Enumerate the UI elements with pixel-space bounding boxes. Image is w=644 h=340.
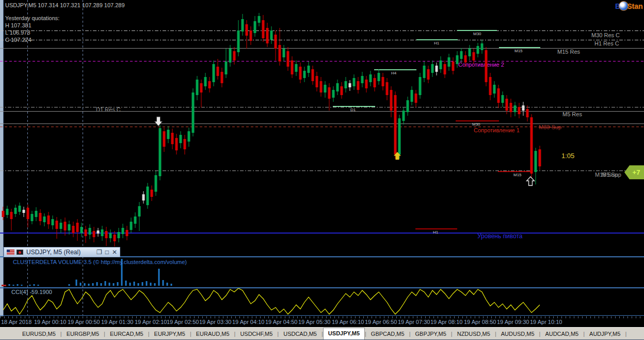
candle-body	[64, 222, 67, 230]
candle-body	[473, 52, 475, 60]
level-line[interactable]	[0, 30, 644, 31]
tab-eurgbp[interactable]: EURGBP,M5	[62, 329, 104, 340]
candle-body	[448, 57, 450, 67]
level-segment[interactable]	[415, 228, 457, 229]
candle-body	[47, 215, 50, 224]
candle-body	[262, 20, 265, 38]
candle-body	[444, 64, 446, 74]
candle-body	[233, 51, 236, 60]
candle-body	[180, 135, 182, 143]
volume-bar	[17, 284, 19, 286]
down-arrow-signal	[155, 117, 163, 126]
tab-gbpjpy[interactable]: GBPJPY,M5	[411, 329, 451, 340]
tab-audcad[interactable]: AUDCAD,M5	[540, 329, 583, 340]
candle-body	[415, 94, 417, 103]
tab-eurjpy[interactable]: EURJPY,M5	[150, 329, 190, 340]
candle-body	[518, 107, 521, 114]
cci-indicator-label: CCI(4) -59.1900	[11, 289, 52, 295]
segment-label: D1	[350, 108, 356, 112]
price-alert-tag[interactable]: +7	[624, 165, 644, 179]
candle-body	[52, 219, 54, 225]
close-window-button[interactable]: ✕	[112, 249, 117, 255]
time-axis-label: 19 Apr 03:30	[199, 319, 231, 325]
candle-body	[320, 81, 323, 92]
volume-bar	[38, 285, 39, 286]
level-line[interactable]	[0, 233, 644, 234]
candle-body	[419, 77, 422, 95]
candle-body	[316, 76, 318, 87]
time-axis-label: 19 Apr 08:50	[464, 319, 496, 325]
tab-audusd[interactable]: AUDUSD,M5	[496, 329, 539, 340]
tab-audjpy[interactable]: AUDJPY,M5	[585, 329, 625, 340]
candle-body	[493, 85, 496, 94]
candle-body	[506, 99, 508, 111]
level-line[interactable]	[0, 61, 644, 61]
tab-usdcad[interactable]: USDCAD,M5	[279, 329, 321, 340]
candle-body	[308, 66, 310, 73]
yesterday-high: H 107.381	[5, 22, 59, 29]
level-segment[interactable]	[498, 171, 532, 172]
volume-bar	[9, 284, 10, 286]
candle-body	[390, 90, 393, 111]
level-segment[interactable]	[374, 69, 416, 70]
level-segment[interactable]	[416, 39, 458, 40]
candle-body	[6, 209, 9, 215]
candle-body	[526, 109, 529, 117]
candle-body	[427, 69, 430, 80]
segment-label: H1	[434, 41, 439, 45]
maximize-window-button[interactable]: □	[105, 249, 109, 255]
tab-eurcad[interactable]: EURCAD,M5	[105, 329, 148, 340]
candle-body	[361, 76, 364, 83]
candle-body	[89, 228, 91, 235]
time-axis[interactable]: 18 Apr 201819 Apr 00:1019 Apr 00:5019 Ap…	[0, 316, 644, 327]
segment-label: M15	[513, 173, 522, 177]
candle-body	[250, 30, 252, 41]
time-axis-label: 19 Apr 04:50	[265, 319, 297, 325]
label-m15-res: M15 Res	[557, 49, 580, 55]
level-line[interactable]	[0, 171, 644, 171]
candle-body	[10, 212, 13, 219]
label-candle-timer: 1:05	[561, 153, 574, 159]
pane-separator[interactable]	[0, 315, 644, 316]
level-segment[interactable]	[457, 30, 497, 31]
up-arrow-signal	[394, 152, 401, 160]
tab-eurusd[interactable]: EURUSD,M5	[18, 329, 60, 340]
jp-flag-icon	[17, 250, 23, 255]
candle-body	[279, 45, 281, 61]
chart-window-titlebar[interactable]: USDJPY, M5 (Real) ❐ □ ✕	[4, 247, 120, 257]
time-axis-label: 18 Apr 2018	[1, 319, 31, 325]
tab-usdjpy[interactable]: USDJPY,M5	[323, 328, 365, 340]
level-segment[interactable]	[333, 106, 375, 107]
candle-body	[258, 16, 261, 23]
volume-bar	[69, 284, 70, 286]
candle-body	[353, 78, 356, 86]
candle-body	[159, 128, 162, 176]
candle-body	[386, 82, 389, 95]
volume-bar	[34, 284, 35, 286]
volume-bar	[88, 284, 90, 286]
tab-euraud[interactable]: EURAUD,M5	[191, 329, 234, 340]
volume-bar	[96, 282, 98, 286]
tab-gbpcad[interactable]: GBPCAD,M5	[366, 329, 409, 340]
time-axis-label: 19 Apr 02:50	[167, 319, 199, 325]
label-pivot-level: Уровень пивота	[477, 233, 522, 239]
candle-body	[374, 78, 376, 87]
pane-separator[interactable]	[0, 287, 644, 288]
level-line[interactable]	[0, 40, 644, 40]
tab-nzdusd[interactable]: NZDUSD,M5	[453, 329, 495, 340]
candle-body	[332, 90, 335, 98]
chart-canvas	[0, 0, 644, 340]
candle-body	[336, 83, 339, 91]
level-line[interactable]	[0, 48, 644, 49]
tab-usdchf[interactable]: USDCHF,M5	[235, 329, 277, 340]
level-segment[interactable]	[456, 120, 499, 121]
candle-body	[378, 73, 380, 81]
candle-body	[114, 235, 116, 241]
volume-bar	[109, 283, 110, 286]
time-axis-label: 19 Apr 01:30	[101, 319, 133, 325]
level-segment[interactable]	[499, 47, 540, 48]
candle-body	[151, 190, 153, 197]
restore-window-button[interactable]: ❐	[96, 249, 102, 255]
label-resistance-1: Сопротивление 1	[474, 127, 520, 133]
time-axis-label: 19 Apr 04:10	[232, 319, 264, 325]
